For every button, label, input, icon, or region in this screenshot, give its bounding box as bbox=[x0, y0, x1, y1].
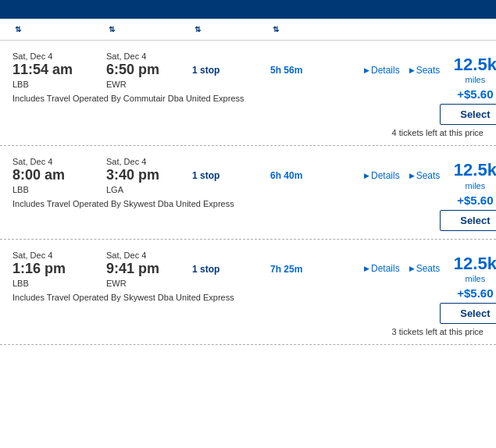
select-button[interactable]: Select bbox=[440, 210, 496, 231]
details-link[interactable]: ▶Details bbox=[364, 263, 400, 274]
duration-text: 6h 40m bbox=[270, 169, 364, 181]
duration-sort-icon: ⇅ bbox=[273, 25, 279, 34]
duration-column-header[interactable]: ⇅ bbox=[270, 25, 364, 34]
depart-date: Sat, Dec 4 bbox=[12, 251, 106, 260]
arrive-column-header[interactable]: ⇅ bbox=[106, 25, 192, 34]
stops-sort-icon: ⇅ bbox=[194, 25, 201, 34]
stops-badge: 1 stop bbox=[192, 64, 270, 76]
arrive-airport: EWR bbox=[106, 80, 192, 89]
economy-header bbox=[0, 0, 496, 19]
cash-amount: +$5.60 bbox=[457, 87, 493, 101]
duration-text: 7h 25m bbox=[270, 263, 364, 275]
arrive-time: 9:41 pm bbox=[106, 261, 192, 277]
operated-by: Includes Travel Operated By Skywest Dba … bbox=[12, 293, 440, 302]
cash-amount: +$5.60 bbox=[457, 286, 493, 300]
miles-label: miles bbox=[466, 274, 486, 283]
select-button[interactable]: Select bbox=[440, 303, 496, 324]
depart-column-header[interactable]: ⇅ bbox=[12, 25, 106, 34]
miles-label: miles bbox=[466, 75, 486, 84]
details-link[interactable]: ▶Details bbox=[364, 65, 400, 76]
price-col: 12.5k miles +$5.60 Select bbox=[440, 157, 496, 230]
cash-amount: +$5.60 bbox=[457, 194, 493, 207]
seats-link[interactable]: ▶Seats bbox=[409, 263, 441, 274]
depart-airport: LBB bbox=[12, 279, 106, 288]
details-link[interactable]: ▶Details bbox=[364, 170, 400, 181]
depart-sort-icon: ⇅ bbox=[15, 25, 21, 34]
stops-column-header[interactable]: ⇅ bbox=[192, 25, 270, 34]
arrive-time: 6:50 pm bbox=[106, 62, 192, 78]
tickets-note: 3 tickets left at this price bbox=[12, 324, 484, 336]
flights-container: Sat, Dec 4 Sat, Dec 4 11:54 am 6:50 pm 1… bbox=[0, 41, 496, 345]
depart-date: Sat, Dec 4 bbox=[12, 52, 106, 61]
operated-by: Includes Travel Operated By Skywest Dba … bbox=[12, 199, 440, 208]
price-col: 12.5k miles +$5.60 Select bbox=[440, 52, 496, 125]
seats-link[interactable]: ▶Seats bbox=[409, 65, 441, 76]
arrive-date: Sat, Dec 4 bbox=[106, 157, 192, 166]
arrive-sort-icon: ⇅ bbox=[109, 25, 115, 34]
duration-text: 5h 56m bbox=[270, 64, 364, 76]
depart-airport: LBB bbox=[12, 185, 106, 194]
flight-actions: ▶Details ▶Seats bbox=[364, 263, 440, 274]
arrive-airport: LGA bbox=[106, 185, 192, 194]
miles-amount: 12.5k bbox=[454, 254, 496, 274]
flight-actions: ▶Details ▶Seats bbox=[364, 65, 440, 76]
stops-badge: 1 stop bbox=[192, 169, 270, 181]
tickets-note: 4 tickets left at this price bbox=[12, 125, 484, 137]
flight-card: Sat, Dec 4 Sat, Dec 4 11:54 am 6:50 pm 1… bbox=[0, 41, 496, 146]
stops-badge: 1 stop bbox=[192, 263, 270, 275]
depart-airport: LBB bbox=[12, 80, 106, 89]
arrive-time: 3:40 pm bbox=[106, 167, 192, 183]
column-headers: ⇅ ⇅ ⇅ ⇅ bbox=[0, 19, 496, 41]
flight-actions: ▶Details ▶Seats bbox=[364, 170, 440, 181]
seats-link[interactable]: ▶Seats bbox=[409, 170, 441, 181]
flight-card: Sat, Dec 4 Sat, Dec 4 1:16 pm 9:41 pm 1 … bbox=[0, 240, 496, 345]
arrive-airport: EWR bbox=[106, 279, 192, 288]
miles-amount: 12.5k bbox=[454, 55, 496, 75]
depart-time: 8:00 am bbox=[12, 167, 106, 183]
miles-amount: 12.5k bbox=[454, 160, 496, 180]
arrive-date: Sat, Dec 4 bbox=[106, 52, 192, 61]
flight-card: Sat, Dec 4 Sat, Dec 4 8:00 am 3:40 pm 1 … bbox=[0, 146, 496, 239]
miles-label: miles bbox=[466, 181, 486, 190]
depart-time: 11:54 am bbox=[12, 62, 106, 78]
price-col: 12.5k miles +$5.60 Select bbox=[440, 251, 496, 324]
select-button[interactable]: Select bbox=[440, 104, 496, 125]
arrive-date: Sat, Dec 4 bbox=[106, 251, 192, 260]
operated-by: Includes Travel Operated By Commutair Db… bbox=[12, 94, 440, 103]
depart-date: Sat, Dec 4 bbox=[12, 157, 106, 166]
depart-time: 1:16 pm bbox=[12, 261, 106, 277]
